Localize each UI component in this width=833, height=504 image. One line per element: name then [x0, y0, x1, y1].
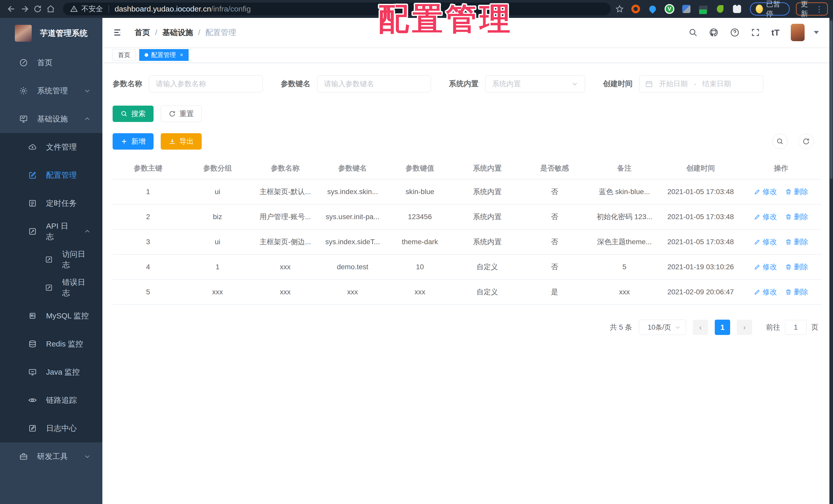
column-header: 参数键值: [386, 157, 453, 179]
sidebar-item-error-log[interactable]: 错误日志: [0, 274, 102, 302]
sidebar-item-java-monitor[interactable]: Java 监控: [0, 358, 102, 386]
table-cell: 1: [184, 254, 252, 279]
sidebar-item-config-manage[interactable]: 配置管理: [0, 161, 102, 189]
emoji-avatar-icon: [756, 5, 763, 13]
extension-blue-icon[interactable]: [681, 4, 691, 14]
pagination: 共 5 条 10条/页 ‹ 1 › 前往 页: [113, 320, 822, 335]
address-bar[interactable]: 不安全 dashboard.yudao.iocoder.cn /infra/co…: [63, 3, 611, 15]
redis-stack-icon: [28, 339, 37, 348]
close-icon[interactable]: ×: [180, 52, 183, 58]
param-name-input[interactable]: [149, 75, 263, 92]
start-date-placeholder: 开始日期: [659, 79, 688, 89]
search-button[interactable]: 搜索: [113, 106, 153, 122]
table-row: 2biz用户管理-账号...sys.user.init-pa...123456系…: [113, 204, 822, 229]
table-cell: 自定义: [453, 254, 521, 279]
reset-button[interactable]: 重置: [161, 106, 202, 122]
total-count: 共 5 条: [610, 323, 632, 332]
chevron-down-icon: [674, 324, 681, 330]
export-button[interactable]: 导出: [161, 133, 202, 150]
table-cell: 2021-01-05 17:03:48: [661, 204, 741, 229]
builtin-select[interactable]: 系统内置: [485, 75, 585, 92]
row-actions: 修改删除: [741, 254, 822, 279]
delete-link[interactable]: 删除: [785, 237, 808, 247]
home-icon[interactable]: [44, 2, 57, 16]
sidebar-item-api-log[interactable]: API 日志: [0, 217, 102, 246]
extension-green-check-icon[interactable]: V: [664, 4, 674, 14]
breadcrumb-infra[interactable]: 基础设施: [162, 27, 193, 38]
table-cell: 是: [521, 279, 588, 305]
current-page-button[interactable]: 1: [715, 320, 730, 335]
browser-update-button[interactable]: 更新 ⋮: [796, 2, 828, 16]
tag-config-active[interactable]: 配置管理 ×: [139, 49, 189, 61]
extensions-puzzle-icon[interactable]: [732, 4, 742, 14]
avatar-caret-icon[interactable]: [814, 31, 819, 34]
help-icon[interactable]: [730, 28, 740, 37]
prev-page-button[interactable]: ‹: [693, 320, 708, 335]
date-range-picker[interactable]: 开始日期 - 结束日期: [639, 75, 763, 92]
delete-link[interactable]: 删除: [785, 187, 808, 197]
sidebar-item-file-manage[interactable]: 文件管理: [0, 133, 102, 161]
delete-link[interactable]: 删除: [785, 212, 808, 222]
edit-link[interactable]: 修改: [754, 212, 777, 222]
scrollbar-thumb[interactable]: [830, 21, 832, 179]
table-cell: xxx: [184, 279, 252, 305]
hamburger-icon[interactable]: [113, 27, 123, 37]
profile-paused-badge[interactable]: 已暂停: [750, 2, 790, 16]
fullscreen-icon[interactable]: [751, 28, 760, 37]
add-button[interactable]: 新增: [113, 133, 153, 150]
sidebar-item-dev-tools[interactable]: 研发工具: [0, 443, 102, 471]
sidebar-item-tracing[interactable]: 链路追踪: [0, 386, 102, 414]
font-size-icon[interactable]: tT: [771, 28, 780, 37]
sidebar-item-scheduled-jobs[interactable]: 定时任务: [0, 189, 102, 217]
edit-link[interactable]: 修改: [754, 187, 777, 197]
extension-sprout-icon[interactable]: [715, 4, 725, 14]
sidebar-item-redis-monitor[interactable]: Redis 监控: [0, 330, 102, 358]
sidebar-item-access-log[interactable]: 访问日志: [0, 246, 102, 274]
end-date-placeholder: 结束日期: [702, 79, 731, 89]
extension-orange-icon[interactable]: [630, 4, 641, 14]
delete-link[interactable]: 删除: [785, 287, 808, 297]
refresh-button[interactable]: [799, 134, 814, 149]
breadcrumb-home[interactable]: 首页: [135, 27, 150, 38]
table-cell: 深色主题theme...: [588, 229, 661, 254]
reload-icon[interactable]: [31, 2, 44, 16]
column-header: 是否敏感: [521, 157, 588, 179]
goto-page-input[interactable]: [785, 320, 807, 335]
edit-link[interactable]: 修改: [754, 237, 777, 247]
page-scrollbar[interactable]: [829, 18, 833, 504]
sidebar-item-system[interactable]: 系统管理: [0, 77, 102, 105]
table-row: 41xxxdemo.test10自定义否52021-01-19 03:10:26…: [113, 254, 822, 279]
user-avatar[interactable]: [791, 24, 805, 41]
tag-home[interactable]: 首页: [113, 49, 136, 61]
toggle-search-button[interactable]: [772, 134, 788, 149]
extension-pin-icon[interactable]: [647, 4, 658, 14]
table-cell: 用户管理-账号...: [252, 204, 319, 229]
row-actions: 修改删除: [741, 279, 822, 305]
forward-icon[interactable]: [18, 2, 31, 16]
bookmark-star-icon[interactable]: [615, 5, 624, 13]
next-page-button[interactable]: ›: [737, 320, 752, 335]
sidebar-item-infra[interactable]: 基础设施: [0, 105, 102, 133]
sidebar-item-log-center[interactable]: 日志中心: [0, 414, 102, 443]
url-host: dashboard.yudao.iocoder.cn: [115, 5, 211, 13]
github-icon[interactable]: [709, 28, 719, 37]
param-key-input[interactable]: [317, 75, 431, 92]
sidebar-item-mysql-monitor[interactable]: MySQL 监控: [0, 302, 102, 330]
delete-link[interactable]: 删除: [785, 262, 808, 272]
row-actions: 修改删除: [741, 229, 822, 254]
back-icon[interactable]: [5, 2, 18, 16]
kebab-menu-icon[interactable]: ⋮: [815, 5, 823, 14]
config-page-content: 参数名称 参数键名 系统内置 系统内置 创建时间: [102, 63, 833, 504]
table-cell: sys.index.skin...: [319, 179, 386, 204]
app-logo-row[interactable]: 芋道管理系统: [0, 18, 102, 49]
sidebar-item-home[interactable]: 首页: [0, 49, 102, 77]
table-row: 3ui主框架页-侧边...sys.index.sideT...theme-dar…: [113, 229, 822, 254]
config-table: 参数主键参数分组参数名称参数键名参数键值系统内置是否敏感备注创建时间操作 1ui…: [113, 157, 822, 305]
table-cell: 2021-01-19 03:10:26: [661, 254, 741, 279]
extension-on-switch-icon[interactable]: [698, 4, 708, 14]
page-size-select[interactable]: 10条/页: [639, 320, 686, 335]
edit-link[interactable]: 修改: [754, 262, 777, 272]
table-cell: 初始化密码 123...: [588, 204, 661, 229]
edit-link[interactable]: 修改: [754, 287, 777, 297]
search-icon[interactable]: [688, 28, 698, 37]
